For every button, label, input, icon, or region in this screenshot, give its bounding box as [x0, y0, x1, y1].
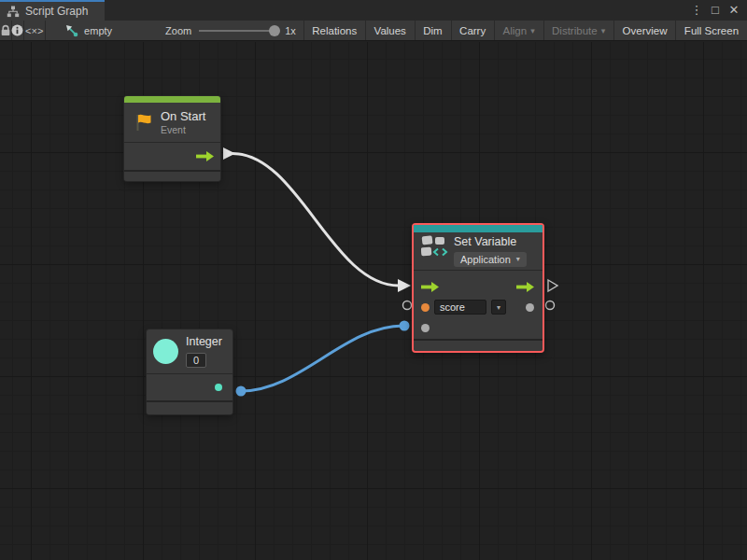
value-input-socket[interactable] — [403, 301, 412, 310]
set-variable-body: score ▾ — [414, 270, 543, 336]
value-output-port[interactable] — [526, 303, 534, 312]
event-accent-strip — [124, 96, 220, 103]
info-icon — [11, 24, 23, 36]
flow-output-port[interactable] — [196, 151, 214, 161]
value-input-row — [421, 319, 534, 336]
flag-icon — [132, 111, 154, 133]
zoom-value: 1x — [285, 25, 296, 36]
value-input-port[interactable] — [421, 324, 430, 332]
relations-button[interactable]: Relations — [303, 21, 365, 40]
flow-wire-start-triangle — [223, 147, 235, 160]
variable-scope-dropdown[interactable]: Application ▾ — [454, 252, 527, 267]
node-footer — [147, 400, 233, 414]
node-footer — [414, 339, 543, 351]
integer-header: Integer 0 — [147, 329, 233, 373]
overview-button[interactable]: Overview — [614, 21, 676, 40]
node-footer — [124, 170, 220, 181]
node-title: On Start — [161, 109, 205, 124]
flow-input-port[interactable] — [421, 282, 439, 292]
name-input-port[interactable] — [421, 303, 430, 312]
chevron-down-icon: ▾ — [497, 303, 500, 312]
variable-name-field[interactable]: score — [434, 300, 486, 315]
align-button[interactable]: Align ▾ — [495, 21, 543, 40]
graph-breadcrumb[interactable]: empty — [45, 21, 134, 40]
info-button[interactable] — [11, 21, 23, 40]
set-variable-header: Set Variable Application ▾ — [414, 232, 543, 270]
fullscreen-button[interactable]: Full Screen — [676, 21, 747, 40]
node-set-variable[interactable]: Set Variable Application ▾ — [412, 223, 544, 353]
graph-pointer-icon — [65, 24, 78, 37]
distribute-button[interactable]: Distribute ▾ — [543, 21, 613, 40]
flow-wire-end-arrow — [398, 279, 411, 292]
graph-status-label: empty — [84, 25, 112, 36]
code-brackets-icon: <×> — [25, 25, 43, 36]
on-start-port-row — [124, 142, 220, 170]
zoom-slider[interactable] — [199, 30, 277, 32]
lock-button[interactable] — [0, 21, 11, 40]
node-title: Set Variable — [454, 235, 527, 250]
zoom-slider-handle[interactable] — [269, 25, 280, 36]
flow-wire[interactable] — [233, 154, 399, 287]
value-wire-start-dot — [236, 386, 247, 397]
graph-canvas[interactable]: On Start Event Integer 0 — [0, 42, 747, 560]
dim-button[interactable]: Dim — [415, 21, 450, 40]
flow-port-row — [421, 278, 534, 295]
on-start-header: On Start Event — [124, 103, 220, 142]
integer-port-row — [147, 373, 233, 400]
node-title: Integer — [186, 335, 222, 350]
align-button-label: Align — [503, 25, 528, 36]
distribute-button-label: Distribute — [552, 25, 598, 36]
chevron-down-icon: ▾ — [516, 255, 520, 263]
variable-accent-strip — [414, 225, 543, 232]
scope-label: Application — [460, 254, 511, 265]
set-variable-icon — [421, 235, 449, 258]
window-controls: ⋮ □ ✕ — [689, 0, 747, 21]
window-menu-icon[interactable]: ⋮ — [689, 1, 704, 20]
lock-icon — [0, 24, 11, 36]
value-wire[interactable] — [241, 326, 403, 391]
chevron-down-icon: ▾ — [601, 26, 606, 35]
tab-bar: Script Graph ⋮ □ ✕ — [0, 0, 747, 21]
node-integer[interactable]: Integer 0 — [147, 329, 233, 414]
node-on-start[interactable]: On Start Event — [124, 96, 220, 181]
value-wire-end-dot — [400, 321, 410, 331]
window-close-icon[interactable]: ✕ — [726, 1, 741, 20]
tab-title: Script Graph — [25, 5, 88, 18]
carry-children-button[interactable]: <×> — [24, 21, 45, 40]
wires-layer — [0, 42, 747, 560]
zoom-label: Zoom — [165, 25, 191, 36]
flow-output-port[interactable] — [516, 282, 534, 292]
integer-output-port[interactable] — [215, 384, 222, 391]
integer-value-field[interactable]: 0 — [186, 353, 206, 368]
flow-output-socket[interactable] — [548, 280, 557, 291]
tab-script-graph[interactable]: Script Graph — [0, 0, 105, 21]
integer-type-icon — [153, 339, 178, 364]
chevron-down-icon: ▾ — [530, 26, 535, 35]
value-output-socket[interactable] — [546, 301, 555, 310]
node-subtitle: Event — [161, 124, 205, 135]
graph-toolbar: <×> empty Zoom 1x Relations Values Dim C… — [0, 21, 747, 41]
graph-icon — [7, 6, 20, 18]
carry-button[interactable]: Carry — [451, 21, 494, 40]
variable-picker-button[interactable]: ▾ — [491, 300, 506, 315]
variable-name-row: score ▾ — [421, 299, 534, 315]
zoom-control: Zoom 1x — [134, 21, 303, 40]
values-button[interactable]: Values — [366, 21, 415, 40]
window-maximize-icon[interactable]: □ — [708, 1, 723, 20]
